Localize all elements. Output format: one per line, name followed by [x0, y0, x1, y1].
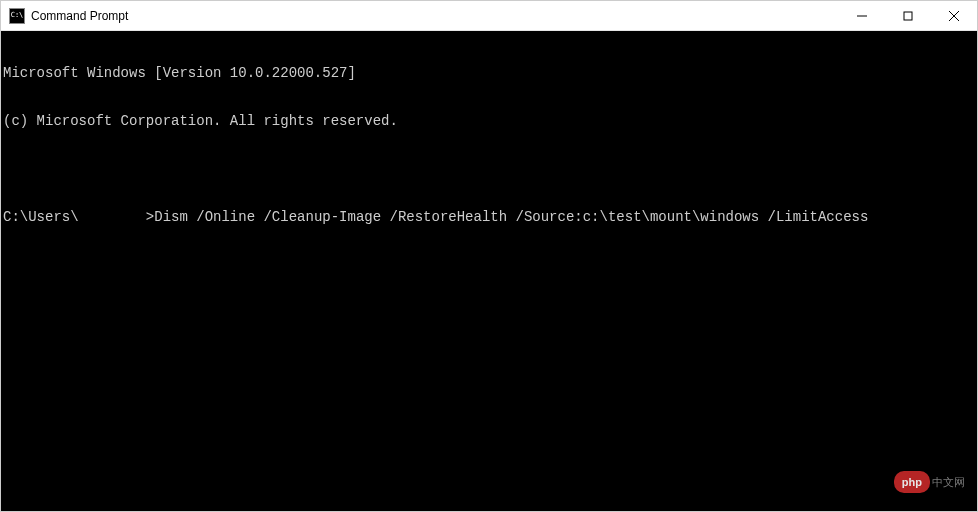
- app-icon: C:\: [9, 8, 25, 24]
- terminal-prompt-line: C:\Users\ >Dism /Online /Cleanup-Image /…: [3, 209, 977, 225]
- prompt-path-prefix: C:\Users\: [3, 209, 79, 225]
- watermark: php 中文网: [894, 471, 965, 493]
- terminal-command-input[interactable]: Dism /Online /Cleanup-Image /RestoreHeal…: [154, 209, 868, 225]
- app-icon-glyph: C:\: [11, 12, 24, 19]
- watermark-text: 中文网: [932, 474, 965, 490]
- svg-rect-1: [904, 12, 912, 20]
- window-title: Command Prompt: [31, 9, 128, 23]
- window-controls: [839, 1, 977, 30]
- terminal-area[interactable]: Microsoft Windows [Version 10.0.22000.52…: [1, 31, 977, 511]
- terminal-blank-line: [3, 161, 977, 177]
- watermark-badge: php: [894, 471, 930, 493]
- close-button[interactable]: [931, 1, 977, 30]
- command-prompt-window: C:\ Command Prompt Micros: [0, 0, 978, 512]
- minimize-icon: [857, 11, 867, 21]
- minimize-button[interactable]: [839, 1, 885, 30]
- titlebar[interactable]: C:\ Command Prompt: [1, 1, 977, 31]
- maximize-button[interactable]: [885, 1, 931, 30]
- terminal-output-line: Microsoft Windows [Version 10.0.22000.52…: [3, 65, 977, 81]
- maximize-icon: [903, 11, 913, 21]
- prompt-username-redacted: [79, 209, 146, 225]
- terminal-output-line: (c) Microsoft Corporation. All rights re…: [3, 113, 977, 129]
- close-icon: [949, 11, 959, 21]
- prompt-separator: >: [146, 209, 154, 225]
